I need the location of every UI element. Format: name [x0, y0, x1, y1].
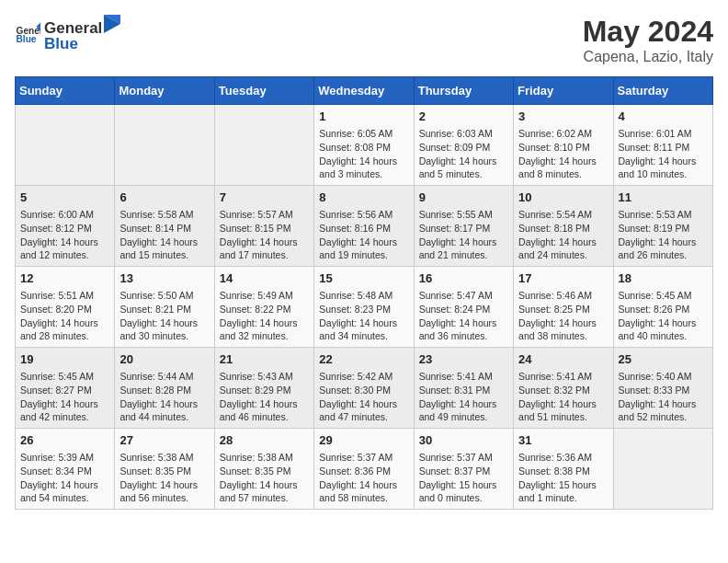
- calendar-week-row: 26Sunrise: 5:39 AMSunset: 8:34 PMDayligh…: [16, 429, 713, 510]
- calendar-cell: 20Sunrise: 5:44 AMSunset: 8:28 PMDayligh…: [115, 348, 214, 429]
- weekday-header-friday: Friday: [514, 77, 613, 105]
- day-info-line: Sunset: 8:35 PM: [220, 465, 309, 478]
- day-number: 28: [220, 432, 309, 449]
- day-info-line: Sunset: 8:32 PM: [518, 384, 608, 397]
- day-info-line: Daylight: 14 hours: [20, 397, 109, 411]
- day-info-line: Daylight: 14 hours: [518, 155, 608, 168]
- day-info-line: Sunrise: 5:41 AM: [419, 370, 508, 384]
- day-number: 18: [619, 270, 708, 287]
- calendar-cell: 10Sunrise: 5:54 AMSunset: 8:18 PMDayligh…: [514, 186, 613, 267]
- day-info-line: Daylight: 14 hours: [419, 397, 508, 411]
- day-info-line: Sunset: 8:11 PM: [619, 141, 708, 155]
- day-number: 30: [419, 432, 508, 449]
- day-info-line: Sunrise: 5:48 AM: [319, 289, 408, 303]
- day-info-line: Daylight: 14 hours: [220, 316, 309, 330]
- day-info-line: and 58 minutes.: [319, 491, 408, 505]
- day-info-line: Sunset: 8:09 PM: [419, 141, 508, 155]
- weekday-header-monday: Monday: [115, 77, 214, 105]
- calendar-cell: 26Sunrise: 5:39 AMSunset: 8:34 PMDayligh…: [16, 429, 115, 510]
- header: General Blue General Blue May 2024 Capen…: [15, 15, 713, 65]
- day-number: 20: [119, 351, 209, 368]
- calendar-cell: 25Sunrise: 5:40 AMSunset: 8:33 PMDayligh…: [613, 348, 712, 429]
- calendar-cell: 11Sunrise: 5:53 AMSunset: 8:19 PMDayligh…: [613, 186, 712, 267]
- day-info-line: Sunrise: 5:53 AM: [619, 208, 708, 222]
- day-info-line: and 10 minutes.: [619, 167, 708, 181]
- day-info-line: Sunrise: 6:02 AM: [518, 127, 608, 141]
- day-info-line: Daylight: 14 hours: [119, 478, 209, 492]
- day-info-line: Sunset: 8:33 PM: [619, 384, 708, 397]
- day-info-line: Sunrise: 5:55 AM: [419, 208, 508, 222]
- calendar-cell: 3Sunrise: 6:02 AMSunset: 8:10 PMDaylight…: [514, 105, 613, 186]
- day-info-line: and 40 minutes.: [619, 329, 708, 343]
- day-info-line: Sunrise: 5:39 AM: [20, 451, 109, 465]
- svg-marker-3: [36, 22, 40, 27]
- day-number: 1: [319, 109, 408, 125]
- day-info-line: and 42 minutes.: [20, 410, 109, 424]
- day-number: 27: [119, 432, 209, 449]
- day-info-line: Daylight: 15 hours: [419, 478, 508, 492]
- day-info-line: Sunset: 8:21 PM: [119, 303, 209, 316]
- calendar-cell: 15Sunrise: 5:48 AMSunset: 8:23 PMDayligh…: [314, 267, 414, 348]
- day-info-line: Daylight: 14 hours: [20, 316, 109, 330]
- day-info-line: and 30 minutes.: [119, 329, 209, 343]
- day-info-line: and 1 minute.: [518, 491, 608, 505]
- day-info-line: Sunrise: 6:03 AM: [419, 127, 508, 141]
- calendar-cell: 19Sunrise: 5:45 AMSunset: 8:27 PMDayligh…: [16, 348, 115, 429]
- calendar-cell: 14Sunrise: 5:49 AMSunset: 8:22 PMDayligh…: [214, 267, 313, 348]
- day-info-line: Sunrise: 5:41 AM: [518, 370, 608, 384]
- calendar-cell: 23Sunrise: 5:41 AMSunset: 8:31 PMDayligh…: [414, 348, 513, 429]
- calendar-cell: [613, 429, 712, 510]
- day-number: 25: [619, 351, 708, 368]
- day-info-line: Daylight: 14 hours: [220, 397, 309, 411]
- day-info-line: Daylight: 14 hours: [119, 316, 209, 330]
- day-info-line: Sunrise: 5:45 AM: [619, 289, 708, 303]
- day-info-line: Daylight: 14 hours: [220, 236, 309, 249]
- calendar-cell: 12Sunrise: 5:51 AMSunset: 8:20 PMDayligh…: [16, 267, 115, 348]
- weekday-header-thursday: Thursday: [414, 77, 513, 105]
- day-info-line: Sunset: 8:24 PM: [419, 303, 508, 316]
- day-info-line: Sunset: 8:29 PM: [220, 384, 309, 397]
- calendar-cell: [16, 105, 115, 186]
- day-info-line: Sunset: 8:35 PM: [119, 465, 209, 478]
- calendar-cell: 17Sunrise: 5:46 AMSunset: 8:25 PMDayligh…: [514, 267, 613, 348]
- day-number: 23: [419, 351, 508, 368]
- day-number: 3: [518, 109, 608, 125]
- day-info-line: Daylight: 14 hours: [319, 316, 408, 330]
- day-info-line: Sunset: 8:26 PM: [619, 303, 708, 316]
- day-info-line: Sunset: 8:14 PM: [119, 222, 209, 236]
- day-info-line: Sunrise: 5:42 AM: [319, 370, 408, 384]
- day-info-line: Sunset: 8:36 PM: [319, 465, 408, 478]
- day-info-line: and 26 minutes.: [619, 248, 708, 262]
- day-info-line: Sunset: 8:27 PM: [20, 384, 109, 397]
- calendar-cell: 5Sunrise: 6:00 AMSunset: 8:12 PMDaylight…: [16, 186, 115, 267]
- calendar-cell: 2Sunrise: 6:03 AMSunset: 8:09 PMDaylight…: [414, 105, 513, 186]
- logo-arrow-icon: [104, 15, 120, 33]
- day-info-line: Sunset: 8:38 PM: [518, 465, 608, 478]
- calendar-table: SundayMondayTuesdayWednesdayThursdayFrid…: [15, 76, 713, 510]
- day-info-line: and 51 minutes.: [518, 410, 608, 424]
- day-number: 16: [419, 270, 508, 287]
- day-number: 12: [20, 270, 109, 287]
- day-info-line: Sunset: 8:19 PM: [619, 222, 708, 236]
- calendar-cell: 8Sunrise: 5:56 AMSunset: 8:16 PMDaylight…: [314, 186, 414, 267]
- day-info-line: Daylight: 14 hours: [619, 236, 708, 249]
- day-info-line: and 15 minutes.: [119, 248, 209, 262]
- day-info-line: Sunrise: 6:01 AM: [619, 127, 708, 141]
- day-info-line: and 12 minutes.: [20, 248, 109, 262]
- day-info-line: and 5 minutes.: [419, 167, 508, 181]
- calendar-week-row: 19Sunrise: 5:45 AMSunset: 8:27 PMDayligh…: [16, 348, 713, 429]
- day-number: 22: [319, 351, 408, 368]
- day-info-line: and 54 minutes.: [20, 491, 109, 505]
- day-info-line: Daylight: 14 hours: [518, 236, 608, 249]
- day-number: 26: [20, 432, 109, 449]
- calendar-cell: 7Sunrise: 5:57 AMSunset: 8:15 PMDaylight…: [214, 186, 313, 267]
- logo-blue-text: Blue: [44, 36, 120, 53]
- day-info-line: and 44 minutes.: [119, 410, 209, 424]
- day-info-line: and 47 minutes.: [319, 410, 408, 424]
- day-info-line: Daylight: 14 hours: [20, 478, 109, 492]
- day-info-line: Sunrise: 5:57 AM: [220, 208, 309, 222]
- calendar-cell: 9Sunrise: 5:55 AMSunset: 8:17 PMDaylight…: [414, 186, 513, 267]
- day-info-line: Daylight: 14 hours: [119, 397, 209, 411]
- day-number: 14: [220, 270, 309, 287]
- day-info-line: Sunrise: 5:46 AM: [518, 289, 608, 303]
